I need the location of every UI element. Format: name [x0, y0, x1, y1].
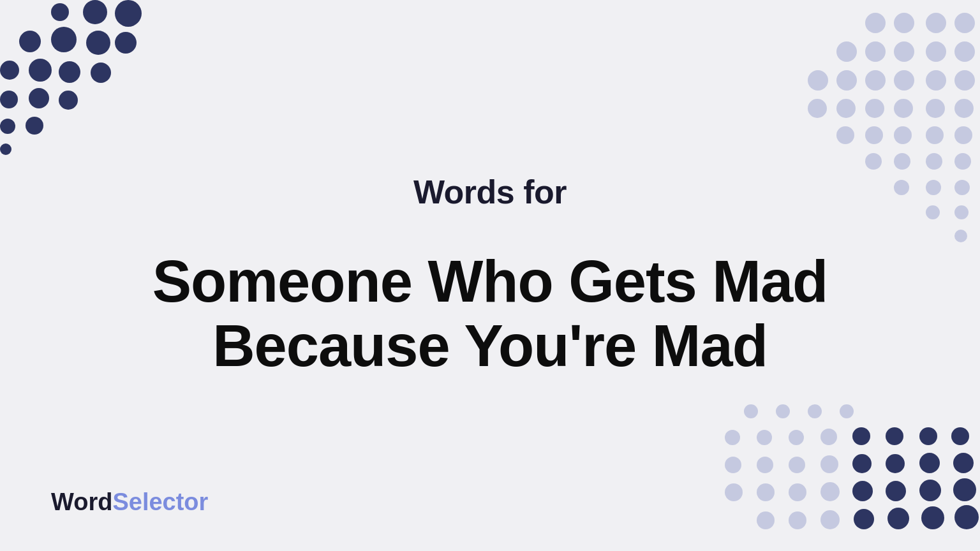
main-title: Someone Who Gets Mad Because You're Mad	[152, 249, 828, 378]
page-container: Words for Someone Who Gets Mad Because Y…	[0, 0, 980, 551]
title-line2: Because You're Mad	[152, 314, 828, 378]
logo-word: Word	[51, 489, 112, 515]
dots-top-left-decoration	[0, 0, 140, 134]
logo: WordSelector	[51, 489, 208, 516]
subtitle: Words for	[152, 173, 828, 211]
logo-selector: Selector	[112, 489, 208, 515]
dots-top-right-decoration	[801, 0, 980, 268]
title-line1: Someone Who Gets Mad	[152, 249, 828, 314]
dots-bottom-right-decoration	[725, 404, 980, 551]
main-content: Words for Someone Who Gets Mad Because Y…	[152, 173, 828, 378]
